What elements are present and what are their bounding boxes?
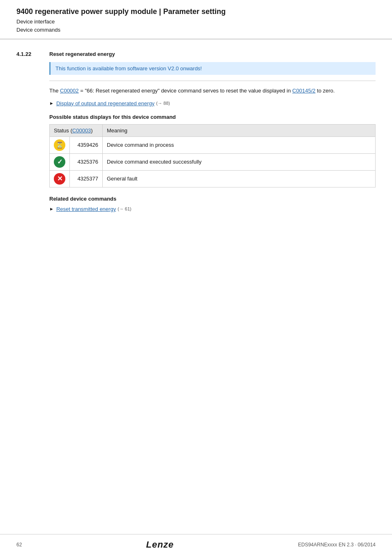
page-footer: 62 Lenze EDS94ARNExxxx EN 2.3 · 06/2014	[0, 534, 392, 555]
table-header-row: Status (C00003) Meaning	[50, 124, 376, 136]
table-cell-number-3: 4325377	[70, 170, 103, 187]
table-row: ✓ 4325376 Device command executed succes…	[50, 153, 376, 170]
page-subtitle-1: Device interface	[16, 18, 376, 26]
info-banner: This function is available from software…	[49, 62, 376, 75]
page-subtitle-2: Device commands	[16, 26, 376, 34]
related-link-row[interactable]: ► Reset transmitted energy (→ 61)	[49, 206, 376, 212]
status-table: Status (C00003) Meaning ⏳ 4359426 D	[49, 124, 376, 187]
x-icon: ✕	[54, 173, 65, 185]
divider-1	[49, 81, 376, 81]
table-cell-icon-3: ✕	[50, 170, 70, 187]
table-cell-icon-2: ✓	[50, 153, 70, 170]
footer-page-number: 62	[16, 542, 22, 548]
footer-doc-ref: EDS94ARNExxxx EN 2.3 · 06/2014	[298, 542, 376, 548]
arrow-icon: ►	[49, 101, 54, 106]
arrow-icon-related: ►	[49, 206, 54, 211]
para-text-after: to zero.	[316, 88, 335, 94]
table-header-meaning: Meaning	[103, 124, 376, 136]
table-cell-number-2: 4325376	[70, 153, 103, 170]
table-header-status: Status (C00003)	[50, 124, 103, 136]
link-c00145-2[interactable]: C00145/2	[292, 88, 315, 94]
section-body: Reset regenerated energy This function i…	[49, 51, 376, 220]
table-cell-meaning-2: Device command executed successfully	[103, 153, 376, 170]
para-text-before-link1: The	[49, 88, 60, 94]
table-row: ✕ 4325377 General fault	[50, 170, 376, 187]
arrow-link-text[interactable]: Display of output and regenerated energy	[56, 100, 154, 106]
hourglass-icon: ⏳	[54, 139, 65, 151]
page-content: 4.1.22 Reset regenerated energy This fun…	[0, 39, 392, 244]
page-header: 9400 regenerative power supply module | …	[0, 0, 392, 39]
table-body: ⏳ 4359426 Device command in process ✓ 43…	[50, 136, 376, 187]
table-cell-icon-1: ⏳	[50, 136, 70, 153]
table-cell-meaning-3: General fault	[103, 170, 376, 187]
page-title: 9400 regenerative power supply module | …	[16, 7, 376, 16]
arrow-link-ref: (→ 88)	[156, 101, 170, 106]
table-cell-meaning-1: Device command in process	[103, 136, 376, 153]
related-link-ref: (→ 61)	[118, 206, 131, 211]
arrow-link-display[interactable]: ► Display of output and regenerated ener…	[49, 100, 376, 106]
sub-heading-status: Possible status displays for this device…	[49, 114, 376, 120]
page-wrapper: 9400 regenerative power supply module | …	[0, 0, 392, 555]
section-number: 4.1.22	[16, 51, 49, 220]
table-cell-number-1: 4359426	[70, 136, 103, 153]
para-text-mid: = "66: Reset regenerated energy" device …	[79, 88, 293, 94]
section-4-1-22: 4.1.22 Reset regenerated energy This fun…	[16, 51, 376, 220]
sub-heading-related: Related device commands	[49, 196, 376, 202]
checkmark-icon: ✓	[54, 156, 65, 168]
related-link-text[interactable]: Reset transmitted energy	[56, 206, 116, 212]
footer-logo: Lenze	[146, 539, 174, 550]
main-paragraph: The C00002 = "66: Reset regenerated ener…	[49, 87, 376, 95]
link-c00002[interactable]: C00002	[60, 88, 79, 94]
section-title: Reset regenerated energy	[49, 51, 376, 57]
table-col1-link[interactable]: C00003	[72, 127, 91, 134]
table-col1-header-text: Status (	[54, 127, 72, 134]
table-row: ⏳ 4359426 Device command in process	[50, 136, 376, 153]
